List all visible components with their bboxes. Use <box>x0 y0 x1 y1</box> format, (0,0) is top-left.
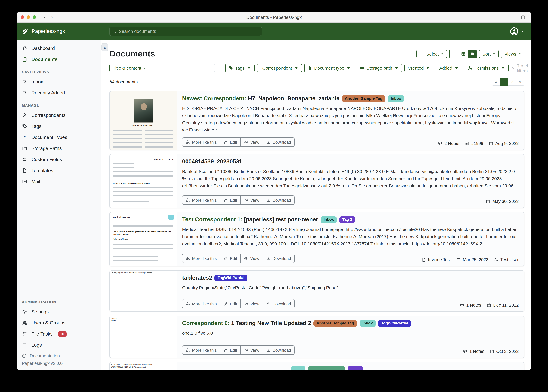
sidebar-item-custom-fields[interactable]: Custom Fields <box>17 154 101 165</box>
pagination-next-button[interactable]: » <box>516 78 524 86</box>
document-thumbnail[interactable]: Medical Teacher Has the new Kirkpatrick … <box>110 212 177 266</box>
app-brand[interactable]: Paperless-ngx <box>17 28 109 35</box>
views-button[interactable]: Views <box>501 49 525 58</box>
document-title-link[interactable]: Newest Correspondent: H7_Napoleon_Bonapa… <box>182 95 519 102</box>
download-button[interactable]: Download <box>262 254 294 263</box>
download-button[interactable]: Download <box>262 346 294 354</box>
more-like-this-button[interactable]: More like this <box>182 138 220 147</box>
tag-pill[interactable]: TagWithPartial <box>215 275 247 282</box>
document-preview-text: Medical Teacher ISSN: 0142-159X (Print) … <box>182 226 519 248</box>
filter-tags-button[interactable]: Tags <box>225 64 255 72</box>
edit-button[interactable]: Edit <box>220 138 240 147</box>
sidebar-item-correspondents[interactable]: Correspondents <box>17 110 101 121</box>
detail-view-icon <box>470 52 474 56</box>
sidebar-collapse-button[interactable]: « <box>101 43 108 51</box>
sidebar-item-logs[interactable]: Logs <box>17 339 101 350</box>
documentation-link[interactable]: ?Documentation <box>17 350 101 359</box>
filter-document-type-button[interactable]: Document type <box>304 64 354 72</box>
title-content-filter-input[interactable] <box>149 64 215 72</box>
maximize-window-button[interactable] <box>33 15 36 19</box>
sidebar-item-tags[interactable]: Tags <box>17 121 101 132</box>
more-like-this-button[interactable]: More like this <box>182 196 220 204</box>
edit-button[interactable]: Edit <box>220 196 240 204</box>
list-view-button[interactable] <box>449 50 458 58</box>
document-info: Correspondent 9: 1 Testing New Title Upd… <box>177 316 524 358</box>
filter-permissions-button[interactable]: Permissions <box>465 64 509 72</box>
back-chevron-icon[interactable]: ‹ <box>44 14 46 20</box>
search-input[interactable] <box>109 27 262 36</box>
title-separator: : <box>228 320 230 326</box>
document-title-link[interactable]: Test Correspondent 1: [paperless] test p… <box>182 216 519 223</box>
view-button[interactable]: View <box>240 196 262 204</box>
tag-pill[interactable] <box>291 366 305 370</box>
more-like-this-button[interactable]: More like this <box>182 346 220 354</box>
tag-pill[interactable]: TagWithPartial <box>378 320 411 327</box>
sidebar-item-file-tasks[interactable]: File Tasks16 <box>17 328 101 339</box>
document-title: 1 Testing New Title Updated 2 <box>231 320 311 326</box>
download-button[interactable]: Download <box>262 196 294 204</box>
more-like-this-button[interactable]: More like this <box>182 299 220 308</box>
sidebar-item-users-groups[interactable]: Users & Groups <box>17 317 101 328</box>
sidebar-item-inbox[interactable]: Inbox <box>17 76 101 87</box>
document-thumbnail[interactable]: NAPOLEON BONAPARTE <box>110 91 177 150</box>
tag-pill[interactable] <box>308 366 345 370</box>
document-thumbnail[interactable]: Country,Region/State,"Zip/Postal Code","… <box>110 271 177 311</box>
grid-view-button[interactable] <box>458 50 467 58</box>
document-title-link[interactable]: Correspondent 9: 1 Testing New Title Upd… <box>182 320 519 327</box>
tag-pill[interactable]: Another Sample Tag <box>313 320 357 327</box>
sort-button[interactable]: Sort <box>479 49 499 58</box>
tag-pill[interactable] <box>348 366 363 370</box>
document-title-link[interactable]: 0004814539_20230531 <box>182 158 519 165</box>
sidebar-item-mail[interactable]: Mail <box>17 176 101 187</box>
edit-button[interactable]: Edit <box>220 299 240 308</box>
document-title-link[interactable]: tablerates2TagWithPartial <box>182 274 519 282</box>
view-button[interactable]: View <box>240 254 262 263</box>
forward-chevron-icon[interactable]: › <box>51 14 53 20</box>
user-menu[interactable] <box>510 27 523 36</box>
tag-pill[interactable]: Another Sample Tag <box>342 95 385 102</box>
filter-created-button[interactable]: Created <box>404 64 433 72</box>
document-correspondent[interactable]: Correspondent 9 <box>182 320 228 326</box>
view-button[interactable]: View <box>240 346 262 354</box>
document-thumbnail[interactable]: ✳ BANK OF SCOTLAND 2,0 % p. a. auf Ihr T… <box>110 154 177 208</box>
minimize-window-button[interactable] <box>27 15 30 19</box>
close-window-button[interactable] <box>21 15 24 19</box>
filter-correspondent-button[interactable]: Correspondent <box>257 64 302 72</box>
edit-button[interactable]: Edit <box>220 254 240 263</box>
detail-view-button[interactable] <box>467 50 476 58</box>
document-correspondent[interactable]: Newest Correspondent <box>182 369 244 370</box>
document-correspondent[interactable]: Test Correspondent 1 <box>182 216 240 223</box>
tag-pill[interactable]: Tag 2 <box>339 216 355 223</box>
pagination-page-1[interactable]: 1 <box>500 78 508 86</box>
document-correspondent[interactable]: Newest Correspondent <box>182 95 244 102</box>
document-thumbnail[interactable]: one,1.0 five,5.0 <box>110 316 177 358</box>
download-button[interactable]: Download <box>262 138 294 147</box>
pagination-page-2[interactable]: 2 <box>508 78 516 86</box>
more-like-this-button[interactable]: More like this <box>182 254 220 263</box>
filter-field-button[interactable]: Title & content <box>109 64 149 72</box>
sidebar-item-recently-added[interactable]: Recently Added <box>17 87 101 98</box>
view-button[interactable]: View <box>240 138 262 147</box>
tag-pill[interactable]: Inbox <box>321 216 337 223</box>
sidebar-item-storage-paths[interactable]: Storage Paths <box>17 143 101 154</box>
sidebar-item-templates[interactable]: Templates <box>17 165 101 176</box>
sidebar-item-dashboard[interactable]: Dashboard <box>17 43 101 54</box>
filter-added-button[interactable]: Added <box>436 64 462 72</box>
filter-storage-path-button[interactable]: Storage path <box>357 64 402 72</box>
sidebar-item-documents[interactable]: Documents <box>17 54 101 65</box>
pagination-prev-button[interactable]: « <box>492 78 500 86</box>
document-info: Newest Correspondent: Sample100.csv More… <box>177 362 524 370</box>
tag-pill[interactable]: Inbox <box>359 320 376 327</box>
download-button[interactable]: Download <box>262 299 294 308</box>
sidebar-item-document-types[interactable]: #Document Types <box>17 132 101 143</box>
document-thumbnail[interactable]: Serial Number,Company Name,Employee Mark… <box>110 362 177 370</box>
reset-filters-button[interactable]: × Reset filters <box>509 64 531 72</box>
tag-pill[interactable]: Inbox <box>388 95 404 102</box>
edit-button[interactable]: Edit <box>220 346 240 354</box>
view-button[interactable]: View <box>240 299 262 308</box>
share-icon[interactable] <box>520 14 526 20</box>
document-title-link[interactable]: Newest Correspondent: Sample100.csv <box>182 366 519 370</box>
title-separator: : <box>240 216 242 223</box>
sidebar-item-settings[interactable]: Settings <box>17 306 101 317</box>
select-button[interactable]: Select <box>416 49 447 58</box>
